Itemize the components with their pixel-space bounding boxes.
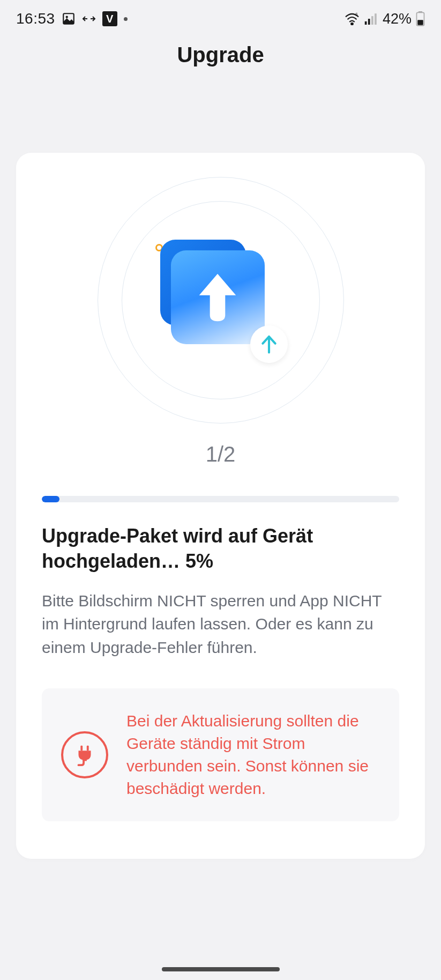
svg-text:6: 6	[355, 12, 358, 17]
power-warning-text: Bei der Aktualisierung sollten die Gerät…	[126, 710, 380, 800]
gallery-icon	[62, 12, 76, 26]
upgrade-tile-icon	[170, 249, 272, 351]
upgrade-illustration	[95, 174, 347, 426]
svg-rect-4	[365, 21, 367, 25]
home-indicator[interactable]	[162, 967, 280, 971]
arrow-up-small-icon	[260, 335, 278, 354]
svg-rect-11	[80, 746, 83, 751]
progress-bar	[42, 496, 399, 502]
wifi-icon: 6	[344, 12, 360, 25]
upgrade-card: 1/2 Upgrade-Paket wird auf Gerät hochgel…	[16, 153, 425, 859]
battery-percent: 42%	[383, 11, 412, 27]
svg-rect-12	[87, 746, 89, 751]
svg-point-1	[65, 16, 68, 18]
status-bar: 16:53 V 6 42%	[0, 0, 441, 32]
power-warning-box: Bei der Aktualisierung sollten die Gerät…	[42, 688, 399, 821]
status-right: 6 42%	[344, 11, 425, 27]
svg-point-2	[351, 23, 353, 25]
connection-icon	[82, 14, 96, 24]
instruction-text: Bitte Bildschirm NICHT sperren und App N…	[42, 589, 399, 659]
signal-icon	[364, 13, 378, 25]
plug-icon	[61, 731, 108, 778]
status-left: 16:53 V	[16, 10, 128, 27]
v-badge-icon: V	[102, 11, 117, 26]
svg-rect-10	[417, 20, 423, 25]
dot-icon	[124, 17, 128, 21]
step-counter: 1/2	[42, 442, 399, 466]
upload-status-heading: Upgrade-Paket wird auf Gerät hochgeladen…	[42, 524, 399, 574]
page-title: Upgrade	[0, 43, 441, 67]
battery-icon	[416, 11, 425, 26]
small-arrow-badge	[250, 325, 288, 363]
arrow-up-icon	[193, 271, 242, 324]
svg-rect-5	[368, 19, 370, 25]
svg-rect-7	[375, 13, 377, 25]
status-time: 16:53	[16, 10, 55, 27]
progress-fill	[42, 496, 59, 502]
svg-rect-6	[371, 16, 373, 25]
